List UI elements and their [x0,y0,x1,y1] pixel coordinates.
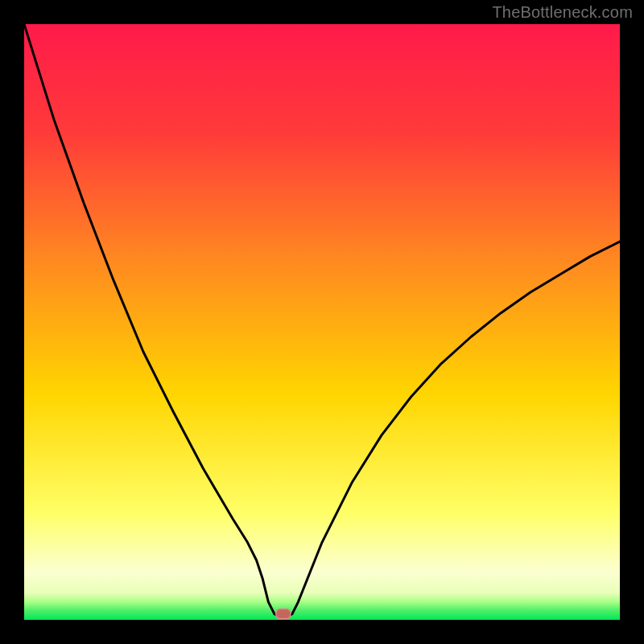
chart-svg [24,24,620,620]
gradient-background [24,24,620,620]
optimal-point-marker [276,609,291,619]
watermark-label: TheBottleneck.com [492,3,633,22]
bottleneck-chart [24,24,620,620]
chart-frame: TheBottleneck.com [0,0,644,644]
